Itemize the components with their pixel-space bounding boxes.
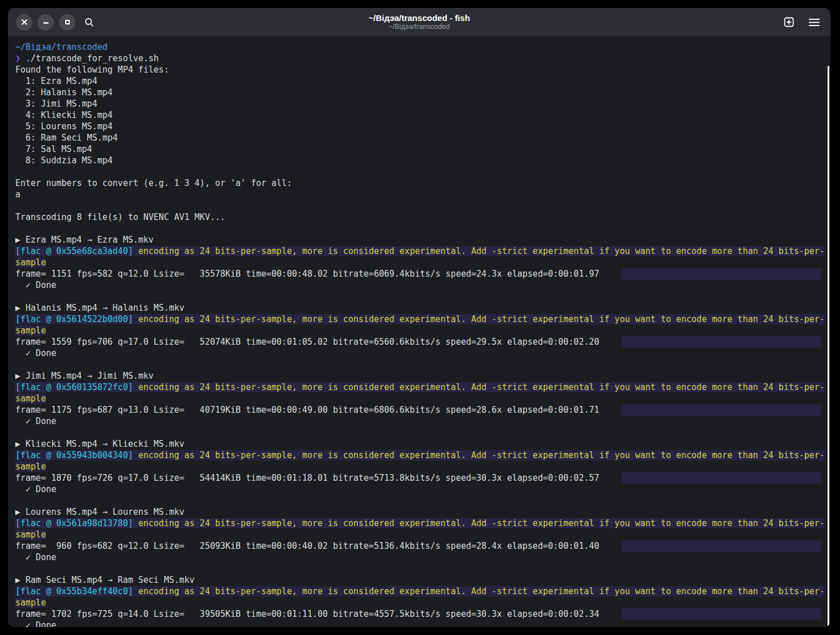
job-warning-line: [flac @ 0x55e68ca3ad40] encoding as 24 b… — [15, 245, 830, 257]
list-item: 4: Kliecki MS.mp4 — [15, 109, 830, 121]
titlebar-right-controls — [780, 14, 822, 31]
warning-text: encoding as 24 bits-per-sample, more is … — [133, 382, 825, 392]
window-title: ~/Відэа/transcoded - fish — [368, 13, 470, 23]
job-warning-wrap-line: sample — [15, 393, 830, 404]
status-fill-bar — [622, 608, 821, 620]
job-warning-line: [flac @ 0x5614522b0d00] encoding as 24 b… — [15, 314, 830, 325]
blank-line — [15, 166, 830, 177]
warning-text: encoding as 24 bits-per-sample, more is … — [133, 518, 825, 528]
search-button[interactable] — [81, 14, 98, 31]
job-warning-line: [flac @ 0x55b34eff40c0] encoding as 24 b… — [15, 586, 830, 597]
transcode-job: ▶ Lourens MS.mp4 → Lourens MS.mkv [flac … — [15, 506, 830, 574]
blank-line — [15, 495, 830, 506]
close-button[interactable] — [16, 14, 32, 31]
job-warning-wrap-line: sample — [15, 529, 830, 540]
ffmpeg-stats: frame= 1175 fps=687 q=13.0 Lsize= 40719K… — [15, 405, 600, 415]
terminal-content[interactable]: ~/Відэа/transcoded ❯./transcode_for_reso… — [8, 36, 830, 627]
blank-line — [15, 200, 830, 211]
new-tab-button[interactable] — [780, 14, 797, 31]
job-title: ▶ Lourens MS.mp4 → Lourens MS.mkv — [15, 506, 830, 518]
warning-wrap-text: sample — [15, 325, 46, 336]
job-stats-line: frame= 1702 fps=725 q=14.0 Lsize= 39505K… — [15, 608, 830, 620]
list-item: 3: Jimi MS.mp4 — [15, 98, 830, 109]
blank-line — [15, 427, 830, 438]
list-item: 2: Halanis MS.mp4 — [15, 87, 830, 98]
enter-prompt: Enter numbers to convert (e.g. 1 3 4), o… — [15, 177, 830, 189]
job-warning-wrap-line: sample — [15, 257, 830, 268]
flac-tag: [flac @ 0x55943b004340] — [15, 450, 133, 460]
flac-tag: [flac @ 0x561a98d13780] — [15, 518, 133, 528]
blank-line — [15, 223, 830, 234]
list-item: 5: Lourens MS.mp4 — [15, 121, 830, 132]
menu-button[interactable] — [805, 14, 822, 31]
job-stats-line: frame= 1559 fps=706 q=17.0 Lsize= 52074K… — [15, 336, 830, 348]
flac-tag: [flac @ 0x5614522b0d00] — [15, 314, 133, 324]
new-tab-icon — [784, 17, 794, 27]
job-stats-line: frame= 1870 fps=726 q=17.0 Lsize= 54414K… — [15, 472, 830, 484]
transcode-job: ▶ Jimi MS.mp4 → Jimi MS.mkv [flac @ 0x56… — [15, 370, 830, 438]
list-item: 7: Sal MS.mp4 — [15, 143, 830, 155]
blank-line — [15, 563, 830, 574]
ffmpeg-stats: frame= 1151 fps=582 q=12.0 Lsize= 35578K… — [15, 269, 600, 279]
job-title: ▶ Ezra MS.mp4 → Ezra MS.mkv — [15, 234, 830, 245]
prompt-cwd: ~/Відэа/transcoded — [15, 41, 830, 53]
blank-line — [15, 291, 830, 302]
job-warning-wrap-line: sample — [15, 461, 830, 472]
status-fill-bar — [622, 540, 821, 552]
flac-tag: [flac @ 0x560135872fc0] — [15, 382, 133, 392]
search-icon — [85, 18, 94, 27]
warning-wrap-text: sample — [15, 257, 46, 268]
transcode-job: ▶ Kliecki MS.mp4 → Kliecki MS.mkv [flac … — [15, 438, 830, 506]
status-fill-bar — [622, 404, 821, 416]
job-done-line: ✓ Done — [15, 348, 830, 359]
scrollbar[interactable] — [828, 66, 829, 627]
job-warning-line: [flac @ 0x55943b004340] encoding as 24 b… — [15, 450, 830, 461]
hamburger-menu-icon — [809, 18, 820, 27]
warning-wrap-text: sample — [15, 393, 46, 404]
job-warning-wrap-line: sample — [15, 597, 830, 608]
command-text: ./transcode_for_resolve.sh — [26, 53, 159, 64]
list-item: 8: Suddzia MS.mp4 — [15, 155, 830, 166]
status-fill-bar — [622, 336, 821, 348]
warning-text: encoding as 24 bits-per-sample, more is … — [133, 450, 825, 460]
job-done-line: ✓ Done — [15, 484, 830, 495]
prompt-line: ❯./transcode_for_resolve.sh — [15, 53, 830, 64]
found-header: Found the following MP4 files: — [15, 64, 830, 75]
job-title: ▶ Jimi MS.mp4 → Jimi MS.mkv — [15, 370, 830, 382]
titlebar-left-controls — [16, 14, 98, 31]
warning-wrap-text: sample — [15, 530, 46, 540]
user-answer: a — [15, 189, 830, 200]
job-warning-line: [flac @ 0x560135872fc0] encoding as 24 b… — [15, 382, 830, 393]
job-warning-line: [flac @ 0x561a98d13780] encoding as 24 b… — [15, 518, 830, 529]
status-fill-bar — [622, 268, 821, 280]
terminal-window: ~/Відэа/transcoded - fish ~/Відэа/transc… — [8, 8, 830, 627]
ffmpeg-stats: frame= 1559 fps=706 q=17.0 Lsize= 52074K… — [15, 337, 600, 347]
job-title: ▶ Kliecki MS.mp4 → Kliecki MS.mkv — [15, 438, 830, 450]
titlebar-title-group: ~/Відэа/transcoded - fish ~/Відэа/transc… — [368, 13, 470, 31]
job-warning-wrap-line: sample — [15, 325, 830, 336]
list-item: 6: Ram Seci MS.mp4 — [15, 132, 830, 143]
job-stats-line: frame= 960 fps=682 q=12.0 Lsize= 25093Ki… — [15, 540, 830, 552]
maximize-button[interactable] — [59, 14, 75, 31]
job-done-line: ✓ Done — [15, 620, 830, 627]
job-title: ▶ Ram Seci MS.mp4 → Ram Seci MS.mkv — [15, 574, 830, 586]
warning-text: encoding as 24 bits-per-sample, more is … — [133, 314, 825, 324]
ffmpeg-stats: frame= 1702 fps=725 q=14.0 Lsize= 39505K… — [15, 609, 600, 619]
blank-line — [15, 359, 830, 370]
list-item: 1: Ezra MS.mp4 — [15, 75, 830, 87]
window-subtitle: ~/Відэа/transcoded — [368, 23, 470, 31]
job-title: ▶ Halanis MS.mp4 → Halanis MS.mkv — [15, 302, 830, 314]
job-done-line: ✓ Done — [15, 416, 830, 427]
flac-tag: [flac @ 0x55b34eff40c0] — [15, 586, 133, 596]
warning-text: encoding as 24 bits-per-sample, more is … — [133, 586, 825, 596]
job-done-line: ✓ Done — [15, 552, 830, 563]
prompt-symbol: ❯ — [15, 53, 20, 64]
close-icon — [21, 19, 28, 26]
job-done-line: ✓ Done — [15, 280, 830, 291]
flac-tag: [flac @ 0x55e68ca3ad40] — [15, 246, 133, 256]
job-stats-line: frame= 1151 fps=582 q=12.0 Lsize= 35578K… — [15, 268, 830, 280]
transcoding-message: Transcoding 8 file(s) to NVENC AV1 MKV..… — [15, 211, 830, 223]
transcode-job: ▶ Ezra MS.mp4 → Ezra MS.mkv [flac @ 0x55… — [15, 234, 830, 302]
minimize-button[interactable] — [37, 14, 54, 31]
status-fill-bar — [622, 472, 821, 484]
